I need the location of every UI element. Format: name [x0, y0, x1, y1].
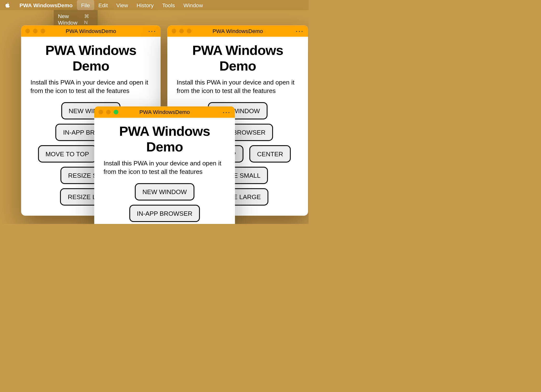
- menubar-item-history[interactable]: History: [132, 0, 158, 10]
- apple-logo-icon[interactable]: [4, 2, 11, 8]
- more-menu-icon[interactable]: ···: [296, 27, 304, 35]
- page-description: Install this PWA in your device and open…: [30, 78, 151, 95]
- window-titlebar[interactable]: PWA WindowsDemo ···: [21, 25, 161, 37]
- window-title: PWA WindowsDemo: [21, 28, 161, 34]
- window-content: PWA Windows Demo Install this PWA in you…: [94, 118, 235, 224]
- more-menu-icon[interactable]: ···: [148, 27, 156, 35]
- pwa-window: PWA WindowsDemo ··· PWA Windows Demo Ins…: [94, 106, 235, 224]
- window-title: PWA WindowsDemo: [167, 28, 308, 34]
- move-to-top-button[interactable]: MOVE TO TOP: [38, 145, 97, 162]
- window-title: PWA WindowsDemo: [94, 109, 235, 115]
- menu-item-label: New Window: [58, 13, 84, 26]
- menubar-item-file[interactable]: File: [77, 0, 94, 10]
- page-description: Install this PWA in your device and open…: [177, 78, 299, 95]
- menubar-app-name[interactable]: PWA WindowsDemo: [15, 0, 77, 10]
- page-heading: PWA Windows Demo: [177, 43, 299, 74]
- page-heading: PWA Windows Demo: [103, 124, 226, 155]
- page-description: Install this PWA in your device and open…: [103, 159, 226, 176]
- window-titlebar[interactable]: PWA WindowsDemo ···: [94, 106, 235, 118]
- more-menu-icon[interactable]: ···: [223, 108, 231, 116]
- menubar-item-edit[interactable]: Edit: [94, 0, 112, 10]
- center-button[interactable]: CENTER: [250, 145, 291, 162]
- menubar-item-tools[interactable]: Tools: [158, 0, 179, 10]
- macos-menubar: PWA WindowsDemo File Edit View History T…: [0, 0, 309, 10]
- new-window-button[interactable]: NEW WINDOW: [135, 183, 194, 200]
- menu-item-new-window[interactable]: New Window ⌘ N: [54, 12, 98, 27]
- button-grid: NEW WINDOW IN-APP BROWSER MOVE TO TOP CE…: [103, 183, 226, 224]
- menubar-item-window[interactable]: Window: [179, 0, 207, 10]
- menubar-item-view[interactable]: View: [112, 0, 132, 10]
- menu-item-shortcut: ⌘ N: [84, 13, 94, 25]
- window-titlebar[interactable]: PWA WindowsDemo ···: [167, 25, 308, 37]
- in-app-browser-button[interactable]: IN-APP BROWSER: [129, 204, 200, 222]
- page-heading: PWA Windows Demo: [30, 43, 151, 74]
